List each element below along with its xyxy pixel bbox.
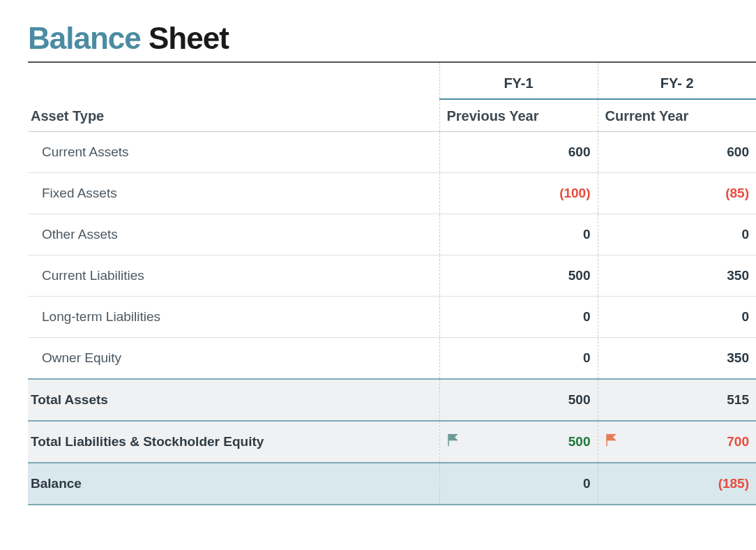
row-curr-value: 0 [598,297,756,338]
asset-type-header: Asset Type [28,99,439,132]
page-title: Balance Sheet [28,21,756,56]
row-label: Current Liabilities [28,255,439,297]
table-row: Owner Equity 0 350 [28,338,756,380]
balance-row: Balance 0 (185) [28,463,756,505]
row-prev-value: 0 [439,214,598,255]
row-curr-value: 350 [598,255,756,297]
row-label: Long-term Liabilities [28,297,439,338]
table-row: Current Assets 600 600 [28,132,756,173]
total-liabilities-curr: 700 [598,421,756,463]
title-rest: Sheet [141,21,229,55]
row-curr-value: 350 [598,338,756,380]
fy2-header: FY- 2 [598,63,756,99]
row-label: Owner Equity [28,338,439,380]
table-row: Long-term Liabilities 0 0 [28,297,756,338]
table-row: Fixed Assets (100) (85) [28,173,756,214]
total-liabilities-prev: 500 [439,421,598,463]
row-prev-value: (100) [439,173,598,214]
row-curr-value: (85) [598,173,756,214]
fy1-header: FY-1 [439,63,598,99]
row-label: Other Assets [28,214,439,255]
table-row: Other Assets 0 0 [28,214,756,255]
total-assets-prev: 500 [439,379,598,421]
balance-curr: (185) [598,463,756,505]
title-accent: Balance [28,21,141,55]
row-label: Current Assets [28,132,439,173]
row-prev-value: 500 [439,255,598,297]
row-curr-value: 600 [598,132,756,173]
column-header-row: Asset Type Previous Year Current Year [28,99,756,132]
table-row: Current Liabilities 500 350 [28,255,756,297]
balance-sheet-table: FY-1 FY- 2 Asset Type Previous Year Curr… [28,63,756,505]
row-prev-value: 600 [439,132,598,173]
row-prev-value: 0 [439,297,598,338]
total-assets-label: Total Assets [28,379,439,421]
total-assets-row: Total Assets 500 515 [28,379,756,421]
current-year-header: Current Year [598,99,756,132]
total-assets-curr: 515 [598,379,756,421]
balance-label: Balance [28,463,439,505]
row-prev-value: 0 [439,338,598,380]
fiscal-year-row: FY-1 FY- 2 [28,63,756,99]
balance-prev: 0 [439,463,598,505]
row-label: Fixed Assets [28,173,439,214]
flag-icon [447,434,458,450]
total-liabilities-label: Total Liabilities & Stockholder Equity [28,421,439,463]
flag-icon [605,434,617,450]
total-liabilities-row: Total Liabilities & Stockholder Equity 5… [28,421,756,463]
previous-year-header: Previous Year [439,99,598,132]
row-curr-value: 0 [598,214,756,255]
